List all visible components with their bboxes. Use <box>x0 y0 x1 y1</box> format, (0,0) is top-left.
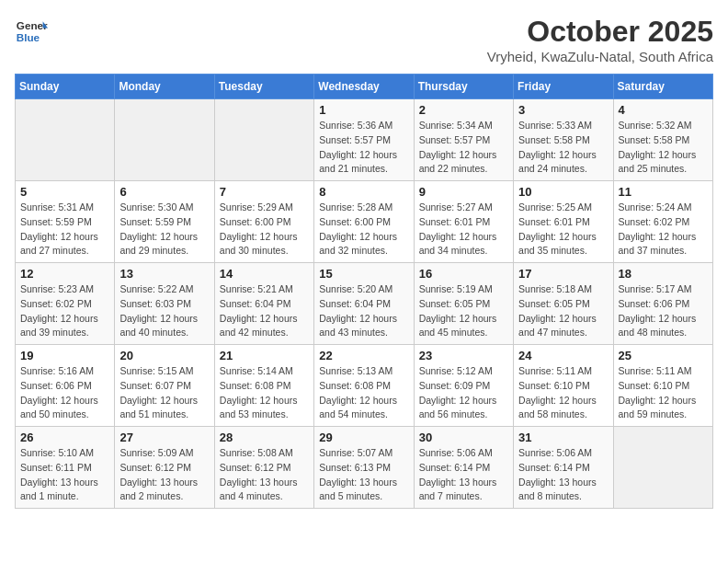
calendar-week-3: 12Sunrise: 5:23 AMSunset: 6:02 PMDayligh… <box>16 263 713 345</box>
day-number: 26 <box>20 431 109 444</box>
day-number: 25 <box>619 349 708 362</box>
col-header-monday: Monday <box>115 75 214 99</box>
col-header-thursday: Thursday <box>414 75 513 99</box>
logo: General Blue <box>15 15 48 48</box>
day-info: Sunrise: 5:12 AMSunset: 6:09 PMDaylight:… <box>419 364 508 422</box>
calendar-cell: 12Sunrise: 5:23 AMSunset: 6:02 PMDayligh… <box>16 263 115 345</box>
calendar-cell: 5Sunrise: 5:31 AMSunset: 5:59 PMDaylight… <box>16 181 115 263</box>
day-number: 17 <box>518 267 608 281</box>
col-header-tuesday: Tuesday <box>214 75 313 99</box>
col-header-friday: Friday <box>514 75 613 99</box>
day-info: Sunrise: 5:29 AMSunset: 6:00 PMDaylight:… <box>220 201 309 259</box>
day-number: 15 <box>319 267 408 281</box>
calendar-cell: 6Sunrise: 5:30 AMSunset: 5:59 PMDaylight… <box>115 181 214 263</box>
logo-icon: General Blue <box>15 15 48 48</box>
title-area: October 2025 Vryheid, KwaZulu-Natal, Sou… <box>487 15 713 64</box>
calendar-cell: 28Sunrise: 5:08 AMSunset: 6:12 PMDayligh… <box>214 427 313 509</box>
calendar-cell: 13Sunrise: 5:22 AMSunset: 6:03 PMDayligh… <box>115 263 214 345</box>
day-info: Sunrise: 5:07 AMSunset: 6:13 PMDaylight:… <box>319 446 408 504</box>
day-number: 24 <box>518 349 608 362</box>
day-info: Sunrise: 5:33 AMSunset: 5:58 PMDaylight:… <box>518 119 608 177</box>
calendar-cell: 4Sunrise: 5:32 AMSunset: 5:58 PMDaylight… <box>613 99 712 181</box>
day-number: 19 <box>20 349 109 362</box>
calendar-cell <box>613 427 712 509</box>
day-number: 8 <box>319 185 408 199</box>
day-number: 13 <box>119 267 209 281</box>
calendar-week-5: 26Sunrise: 5:10 AMSunset: 6:11 PMDayligh… <box>16 427 713 509</box>
calendar-cell: 11Sunrise: 5:24 AMSunset: 6:02 PMDayligh… <box>613 181 712 263</box>
day-info: Sunrise: 5:06 AMSunset: 6:14 PMDaylight:… <box>419 446 508 504</box>
calendar-cell: 23Sunrise: 5:12 AMSunset: 6:09 PMDayligh… <box>414 345 513 427</box>
day-number: 18 <box>619 267 708 281</box>
calendar-header: SundayMondayTuesdayWednesdayThursdayFrid… <box>16 75 713 99</box>
calendar-cell: 15Sunrise: 5:20 AMSunset: 6:04 PMDayligh… <box>314 263 414 345</box>
calendar-cell: 29Sunrise: 5:07 AMSunset: 6:13 PMDayligh… <box>314 427 414 509</box>
calendar-body: 1Sunrise: 5:36 AMSunset: 5:57 PMDaylight… <box>16 99 713 509</box>
day-number: 10 <box>518 185 608 199</box>
calendar-cell: 16Sunrise: 5:19 AMSunset: 6:05 PMDayligh… <box>414 263 513 345</box>
calendar-cell: 31Sunrise: 5:06 AMSunset: 6:14 PMDayligh… <box>514 427 613 509</box>
day-info: Sunrise: 5:25 AMSunset: 6:01 PMDaylight:… <box>518 201 608 259</box>
day-number: 23 <box>419 349 508 362</box>
day-number: 9 <box>419 185 508 199</box>
calendar-week-1: 1Sunrise: 5:36 AMSunset: 5:57 PMDaylight… <box>16 99 713 181</box>
day-number: 1 <box>319 103 408 117</box>
day-info: Sunrise: 5:28 AMSunset: 6:00 PMDaylight:… <box>319 201 408 259</box>
calendar-table: SundayMondayTuesdayWednesdayThursdayFrid… <box>15 74 713 509</box>
day-info: Sunrise: 5:18 AMSunset: 6:05 PMDaylight:… <box>518 282 608 340</box>
day-number: 29 <box>319 431 408 444</box>
day-number: 12 <box>20 267 109 281</box>
day-headers-row: SundayMondayTuesdayWednesdayThursdayFrid… <box>16 75 713 99</box>
calendar-cell <box>16 99 115 181</box>
calendar-cell: 22Sunrise: 5:13 AMSunset: 6:08 PMDayligh… <box>314 345 414 427</box>
day-info: Sunrise: 5:24 AMSunset: 6:02 PMDaylight:… <box>619 201 708 259</box>
calendar-cell: 26Sunrise: 5:10 AMSunset: 6:11 PMDayligh… <box>16 427 115 509</box>
day-number: 14 <box>220 267 309 281</box>
calendar-cell: 24Sunrise: 5:11 AMSunset: 6:10 PMDayligh… <box>514 345 613 427</box>
day-number: 20 <box>119 349 209 362</box>
day-number: 5 <box>20 185 109 199</box>
day-info: Sunrise: 5:08 AMSunset: 6:12 PMDaylight:… <box>220 446 309 504</box>
calendar-cell: 14Sunrise: 5:21 AMSunset: 6:04 PMDayligh… <box>214 263 313 345</box>
day-number: 21 <box>220 349 309 362</box>
day-info: Sunrise: 5:21 AMSunset: 6:04 PMDaylight:… <box>220 282 309 340</box>
day-info: Sunrise: 5:13 AMSunset: 6:08 PMDaylight:… <box>319 364 408 422</box>
day-info: Sunrise: 5:10 AMSunset: 6:11 PMDaylight:… <box>20 446 109 504</box>
day-number: 7 <box>220 185 309 199</box>
calendar-week-4: 19Sunrise: 5:16 AMSunset: 6:06 PMDayligh… <box>16 345 713 427</box>
day-info: Sunrise: 5:36 AMSunset: 5:57 PMDaylight:… <box>319 119 408 177</box>
day-info: Sunrise: 5:16 AMSunset: 6:06 PMDaylight:… <box>20 364 109 422</box>
day-info: Sunrise: 5:17 AMSunset: 6:06 PMDaylight:… <box>619 282 708 340</box>
calendar-cell: 1Sunrise: 5:36 AMSunset: 5:57 PMDaylight… <box>314 99 414 181</box>
day-number: 4 <box>619 103 708 117</box>
calendar-cell: 3Sunrise: 5:33 AMSunset: 5:58 PMDaylight… <box>514 99 613 181</box>
day-info: Sunrise: 5:22 AMSunset: 6:03 PMDaylight:… <box>119 282 209 340</box>
day-info: Sunrise: 5:14 AMSunset: 6:08 PMDaylight:… <box>220 364 309 422</box>
day-info: Sunrise: 5:09 AMSunset: 6:12 PMDaylight:… <box>119 446 209 504</box>
calendar-cell: 10Sunrise: 5:25 AMSunset: 6:01 PMDayligh… <box>514 181 613 263</box>
calendar-week-2: 5Sunrise: 5:31 AMSunset: 5:59 PMDaylight… <box>16 181 713 263</box>
calendar-cell: 25Sunrise: 5:11 AMSunset: 6:10 PMDayligh… <box>613 345 712 427</box>
day-number: 22 <box>319 349 408 362</box>
calendar-cell: 2Sunrise: 5:34 AMSunset: 5:57 PMDaylight… <box>414 99 513 181</box>
day-info: Sunrise: 5:06 AMSunset: 6:14 PMDaylight:… <box>518 446 608 504</box>
day-info: Sunrise: 5:11 AMSunset: 6:10 PMDaylight:… <box>619 364 708 422</box>
calendar-cell: 9Sunrise: 5:27 AMSunset: 6:01 PMDaylight… <box>414 181 513 263</box>
col-header-sunday: Sunday <box>16 75 115 99</box>
day-info: Sunrise: 5:30 AMSunset: 5:59 PMDaylight:… <box>119 201 209 259</box>
day-number: 27 <box>119 431 209 444</box>
calendar-cell: 21Sunrise: 5:14 AMSunset: 6:08 PMDayligh… <box>214 345 313 427</box>
day-info: Sunrise: 5:11 AMSunset: 6:10 PMDaylight:… <box>518 364 608 422</box>
calendar-cell: 8Sunrise: 5:28 AMSunset: 6:00 PMDaylight… <box>314 181 414 263</box>
calendar-cell <box>115 99 214 181</box>
day-number: 16 <box>419 267 508 281</box>
calendar-cell: 19Sunrise: 5:16 AMSunset: 6:06 PMDayligh… <box>16 345 115 427</box>
col-header-saturday: Saturday <box>613 75 712 99</box>
page-header: General Blue October 2025 Vryheid, KwaZu… <box>15 15 713 64</box>
svg-text:Blue: Blue <box>17 31 40 43</box>
day-info: Sunrise: 5:20 AMSunset: 6:04 PMDaylight:… <box>319 282 408 340</box>
calendar-cell <box>214 99 313 181</box>
day-number: 3 <box>518 103 608 117</box>
day-number: 2 <box>419 103 508 117</box>
day-number: 28 <box>220 431 309 444</box>
